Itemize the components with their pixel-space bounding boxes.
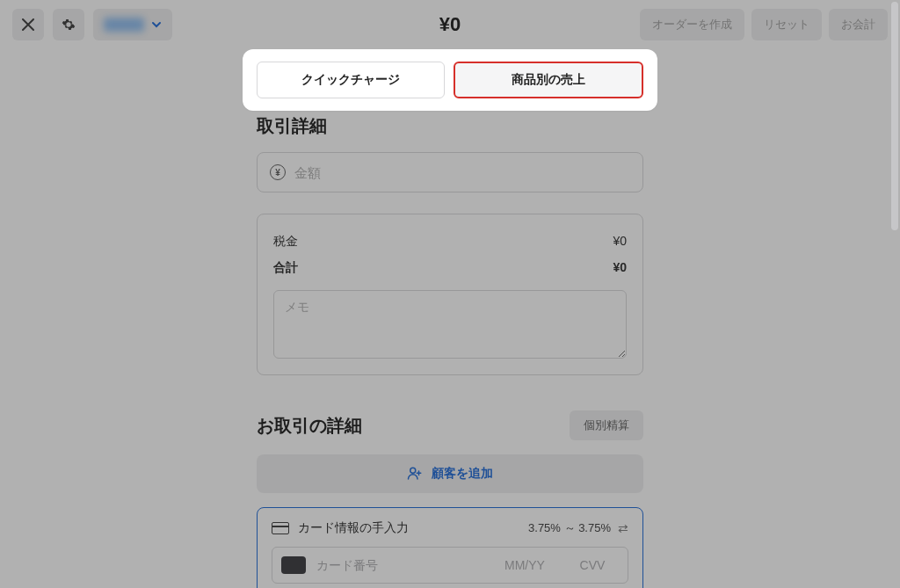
page-body: 取引詳細 ¥ 税金 ¥0 合計 ¥0 お取引の詳細 個別精算 顧客を追加 xyxy=(0,49,900,588)
close-icon xyxy=(22,18,34,31)
add-customer-button[interactable]: 顧客を追加 xyxy=(257,454,643,493)
memo-input[interactable] xyxy=(273,290,627,359)
manual-card-entry-label: カード情報の手入力 xyxy=(298,520,409,536)
location-name-redacted xyxy=(104,18,144,32)
header-actions: オーダーを作成 リセット お会計 xyxy=(640,9,888,40)
total-value: ¥0 xyxy=(613,260,627,276)
swap-icon[interactable]: ⇄ xyxy=(618,521,628,535)
settings-button[interactable] xyxy=(53,9,84,40)
amount-input[interactable] xyxy=(294,165,630,180)
card-fields[interactable] xyxy=(272,547,628,584)
card-icon xyxy=(272,522,289,534)
location-dropdown[interactable] xyxy=(93,9,172,40)
totals-box: 税金 ¥0 合計 ¥0 xyxy=(257,214,643,375)
top-bar: ¥0 オーダーを作成 リセット お会計 xyxy=(0,0,900,49)
amount-field[interactable]: ¥ xyxy=(257,152,643,192)
tax-label: 税金 xyxy=(273,234,298,250)
add-customer-label: 顧客を追加 xyxy=(432,466,493,482)
tab-quick-charge[interactable]: クイックチャージ xyxy=(257,62,445,98)
gear-icon xyxy=(62,18,76,32)
tab-item-sale[interactable]: 商品別の売上 xyxy=(454,62,643,98)
checkout-button[interactable]: お会計 xyxy=(829,9,888,40)
transaction-details-heading: 取引詳細 xyxy=(257,114,643,138)
total-row: 合計 ¥0 xyxy=(273,255,627,281)
tax-value: ¥0 xyxy=(613,234,627,250)
total-label: 合計 xyxy=(273,260,298,276)
scrollbar[interactable] xyxy=(891,2,898,230)
transaction-details2-heading: お取引の詳細 xyxy=(257,414,362,438)
yen-icon: ¥ xyxy=(270,164,286,180)
card-entry-panel: カード情報の手入力 3.75% ～ 3.75% ⇄ xyxy=(257,507,643,588)
card-number-input[interactable] xyxy=(316,558,483,572)
card-chip-icon xyxy=(281,556,306,574)
card-cvv-input[interactable] xyxy=(566,558,619,572)
card-expiry-input[interactable] xyxy=(494,558,555,572)
split-payment-button[interactable]: 個別精算 xyxy=(570,410,643,440)
reset-button[interactable]: リセット xyxy=(751,9,822,40)
create-order-button[interactable]: オーダーを作成 xyxy=(640,9,744,40)
card-rate-text: 3.75% ～ 3.75% xyxy=(528,520,611,536)
add-person-icon xyxy=(407,466,423,482)
charge-mode-tabs: クイックチャージ 商品別の売上 xyxy=(243,49,657,111)
tax-row: 税金 ¥0 xyxy=(273,229,627,255)
chevron-down-icon xyxy=(151,19,162,30)
close-button[interactable] xyxy=(12,9,44,40)
